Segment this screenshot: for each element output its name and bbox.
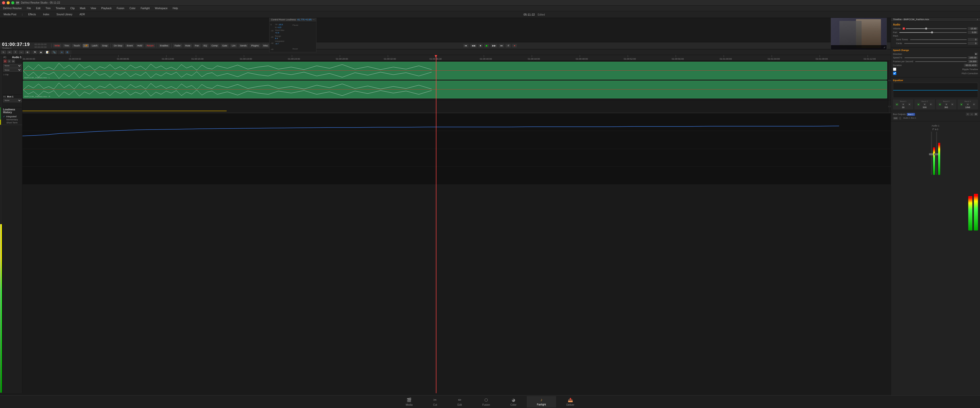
- eq-band-2-arrow-right[interactable]: ▸: [930, 103, 932, 106]
- record-btn[interactable]: ●: [512, 44, 517, 48]
- module-sound-library[interactable]: Sound Library: [55, 13, 74, 16]
- module-media-post[interactable]: Media Post: [2, 13, 18, 16]
- a1-clip-bottom[interactable]: BMPCC6K_Fashion.mov - R: [23, 81, 887, 98]
- go-end-btn[interactable]: ⏭: [499, 44, 504, 48]
- nav-color[interactable]: ◕ Color: [500, 396, 527, 408]
- go-start-btn[interactable]: ⏮: [463, 44, 469, 48]
- menu-workspace[interactable]: Workspace: [154, 6, 169, 10]
- minimize-btn[interactable]: [6, 1, 10, 4]
- edit-tool-clip[interactable]: 📎: [51, 51, 57, 54]
- maximize-btn[interactable]: [11, 1, 14, 4]
- module-index[interactable]: Index: [41, 13, 51, 16]
- edit-tool-2[interactable]: ✂: [7, 51, 12, 54]
- a1-clip-top[interactable]: BMPCC6K_Fashion.mov - L: [23, 62, 887, 79]
- a1-input-select[interactable]: None: [3, 64, 22, 68]
- snap-btn[interactable]: Snap: [100, 44, 109, 48]
- semitones-slider[interactable]: [910, 39, 967, 40]
- menu-mark[interactable]: Mark: [79, 6, 86, 10]
- edit-tool-5[interactable]: ⊕: [25, 51, 30, 54]
- nav-fusion[interactable]: ⬡ Fusion: [472, 396, 500, 408]
- loudness-momentary-row[interactable]: Momentary: [3, 118, 21, 121]
- a1-height-ctrl[interactable]: 2.0: [888, 61, 891, 100]
- part-slider[interactable]: [899, 32, 967, 33]
- eq-band-4-active[interactable]: ●: [960, 103, 963, 106]
- trim-btn[interactable]: Trim: [63, 44, 70, 48]
- write-btn[interactable]: Write: [53, 44, 62, 48]
- eq-band-3-arrow-right[interactable]: ▸: [951, 103, 954, 106]
- loudness-momentary[interactable]: Momentary: [3, 118, 18, 121]
- off-btn[interactable]: Off: [83, 44, 89, 48]
- menu-clip[interactable]: Clip: [69, 6, 76, 10]
- direction-toggle[interactable]: ▶: [974, 52, 978, 56]
- eq-band-2-active[interactable]: ●: [917, 103, 920, 106]
- menu-view[interactable]: View: [89, 6, 97, 10]
- monitor-expand-btn[interactable]: ⤢: [883, 46, 886, 49]
- eq-band-3-active[interactable]: ●: [939, 103, 941, 106]
- menu-trim[interactable]: Trim: [45, 6, 52, 10]
- edit-tool-4[interactable]: ↔: [19, 51, 24, 54]
- eq-band-1-arrow-right[interactable]: ▸: [908, 103, 911, 106]
- misc-btn[interactable]: Misc: [262, 44, 270, 48]
- lim-btn[interactable]: Lim: [230, 44, 237, 48]
- gate-btn[interactable]: Gate: [221, 44, 229, 48]
- b1-fader-track[interactable]: [936, 132, 937, 175]
- a1-output-select[interactable]: None: [3, 68, 22, 71]
- stop-btn[interactable]: ■: [478, 44, 483, 48]
- fps-slider[interactable]: [915, 61, 967, 62]
- loudness-short-term-row[interactable]: Short Term: [3, 121, 21, 124]
- routing-settings-btn[interactable]: ⚙: [974, 113, 978, 116]
- play-fast-btn[interactable]: ▶▶: [491, 44, 497, 48]
- cents-slider[interactable]: [904, 43, 967, 44]
- menu-davinci[interactable]: DaVinci Resolve: [2, 6, 23, 10]
- a1-solo-btn[interactable]: S: [7, 59, 11, 63]
- a1-mute-btn[interactable]: M: [11, 59, 15, 63]
- play-back-btn[interactable]: ◀◀: [470, 44, 477, 48]
- bus-outputs-btn[interactable]: Bus 1: [907, 113, 915, 116]
- routing-remove-btn[interactable]: −: [970, 113, 974, 116]
- loop-btn[interactable]: ↺: [506, 44, 511, 48]
- routing-add-btn[interactable]: +: [966, 113, 969, 116]
- touch-btn[interactable]: Touch: [72, 44, 81, 48]
- b1-height-ctrl[interactable]: 2.0: [888, 100, 891, 113]
- menu-color[interactable]: Color: [128, 6, 137, 10]
- comp-btn[interactable]: Comp: [210, 44, 219, 48]
- menu-file[interactable]: File: [26, 6, 32, 10]
- edit-tool-marker[interactable]: ◆: [38, 51, 43, 54]
- nav-fairlight[interactable]: ♪ Fairlight: [527, 396, 556, 408]
- eq-band-3-arrow-left[interactable]: ◂: [945, 103, 948, 106]
- edit-tool-1[interactable]: ↖: [1, 51, 6, 54]
- loudness-short-term[interactable]: Short Term: [3, 121, 18, 124]
- fader-btn[interactable]: Fader: [173, 44, 182, 48]
- speed-slider[interactable]: [904, 57, 967, 58]
- eq-band-2-arrow-left[interactable]: ◂: [923, 103, 926, 106]
- volume-slider[interactable]: [906, 28, 967, 29]
- edit-tool-note[interactable]: 📝: [45, 51, 50, 54]
- play-btn[interactable]: ▶: [484, 44, 489, 48]
- menu-fairlight[interactable]: Fairlight: [140, 6, 151, 10]
- close-btn[interactable]: [2, 1, 5, 4]
- return-btn[interactable]: Return: [145, 44, 155, 48]
- pan-btn[interactable]: Pan: [193, 44, 200, 48]
- latch-btn[interactable]: Latch: [90, 44, 99, 48]
- module-effects[interactable]: Effects: [27, 13, 37, 16]
- menu-help[interactable]: Help: [172, 6, 179, 10]
- gain-up-btn[interactable]: [899, 117, 901, 120]
- loudness-integrated[interactable]: Integrated: [6, 115, 17, 118]
- control-room-menu[interactable]: ⋯: [312, 18, 315, 21]
- pitch-correction-checkbox[interactable]: [893, 71, 896, 75]
- nav-media[interactable]: 🎬 Media: [396, 396, 423, 408]
- loudness-integrated-row[interactable]: ✓ Integrated: [3, 115, 21, 118]
- mute-btn[interactable]: Mute: [184, 44, 192, 48]
- nav-deliver[interactable]: 📤 Deliver: [556, 396, 584, 408]
- edit-tool-3[interactable]: ⌖: [13, 50, 18, 54]
- event-btn[interactable]: Event: [125, 44, 134, 48]
- a1-rec-btn[interactable]: R: [3, 59, 7, 63]
- on-stop-btn[interactable]: On Stop: [112, 44, 124, 48]
- enables-btn[interactable]: Enables: [159, 44, 170, 48]
- menu-playback[interactable]: Playback: [100, 6, 113, 10]
- eq-band-1-active[interactable]: ●: [896, 103, 898, 106]
- eq-band-4-arrow-right[interactable]: ▸: [973, 103, 975, 106]
- edit-tool-b[interactable]: B: [65, 51, 70, 54]
- nav-edit[interactable]: ✏ Edit: [447, 396, 472, 408]
- edit-tool-flag[interactable]: ⚑: [32, 51, 38, 54]
